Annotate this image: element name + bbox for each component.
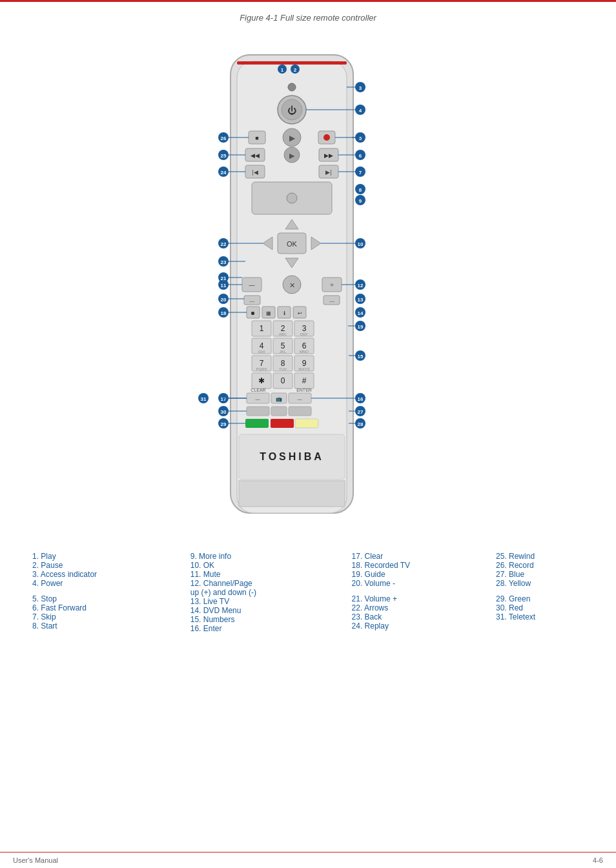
legend-item-9: 9. More info bbox=[190, 552, 345, 561]
legend-item-29: 29. Green bbox=[496, 594, 584, 603]
svg-text:▶▶: ▶▶ bbox=[324, 152, 333, 159]
svg-text:5: 5 bbox=[281, 341, 285, 350]
svg-text:—: — bbox=[249, 298, 254, 304]
legend-table: 1. Play 2. Pause 3. Access indicator 4. … bbox=[32, 552, 584, 633]
svg-text:3: 3 bbox=[302, 324, 307, 333]
svg-text:1: 1 bbox=[281, 67, 284, 73]
svg-text:◀◀: ◀◀ bbox=[251, 152, 260, 159]
svg-text:13: 13 bbox=[358, 297, 364, 303]
svg-text:25: 25 bbox=[221, 153, 227, 159]
legend-item-17: 17. Clear bbox=[352, 552, 489, 561]
svg-text:DEF: DEF bbox=[300, 332, 308, 336]
svg-text:JKL: JKL bbox=[280, 350, 287, 354]
svg-text:✕: ✕ bbox=[289, 281, 295, 289]
legend-item-23: 23. Back bbox=[352, 612, 489, 621]
legend-item-21: 21. Volume + bbox=[352, 594, 489, 603]
legend-item-30: 30. Red bbox=[496, 603, 584, 612]
legend-item-26: 26. Record bbox=[496, 561, 584, 570]
svg-text:—: — bbox=[256, 397, 260, 401]
legend-item-15: 15. Numbers bbox=[190, 615, 345, 624]
legend-item-2: 2. Pause bbox=[32, 561, 184, 570]
svg-text:÷: ÷ bbox=[330, 281, 334, 288]
svg-rect-96 bbox=[295, 419, 318, 428]
svg-text:14: 14 bbox=[358, 310, 364, 316]
svg-text:CLEAR: CLEAR bbox=[251, 388, 265, 392]
legend-item-11: 11. Mute bbox=[190, 570, 345, 579]
svg-text:MNO: MNO bbox=[300, 350, 309, 354]
legend-item-10: 10. OK bbox=[190, 561, 345, 570]
legend-item-4: 4. Power bbox=[32, 579, 184, 588]
svg-text:3: 3 bbox=[359, 85, 362, 91]
svg-text:2: 2 bbox=[281, 324, 285, 333]
footer: User's Manual 4-6 bbox=[0, 852, 616, 868]
svg-text:11: 11 bbox=[221, 283, 227, 288]
svg-text:8: 8 bbox=[359, 187, 362, 193]
legend-item-25: 25. Rewind bbox=[496, 552, 584, 561]
svg-text:GHI: GHI bbox=[258, 350, 265, 354]
svg-text:2: 2 bbox=[294, 67, 297, 73]
svg-rect-95 bbox=[271, 419, 294, 428]
svg-text:26: 26 bbox=[221, 136, 227, 141]
svg-text:22: 22 bbox=[221, 241, 227, 247]
svg-text:0: 0 bbox=[281, 376, 285, 385]
svg-rect-92 bbox=[271, 407, 287, 416]
legend-item-27: 27. Blue bbox=[496, 570, 584, 579]
svg-text:4: 4 bbox=[260, 341, 264, 350]
legend-item-12: 12. Channel/Page bbox=[190, 579, 345, 588]
svg-text:↩: ↩ bbox=[298, 310, 302, 316]
legend-item-6: 6. Fast Forward bbox=[32, 603, 184, 612]
legend-item-22: 22. Arrows bbox=[352, 603, 489, 612]
svg-rect-99 bbox=[239, 481, 345, 507]
legend-item-28: 28. Yellow bbox=[496, 579, 584, 588]
svg-text:6: 6 bbox=[302, 341, 307, 350]
legend-item-24: 24. Replay bbox=[352, 621, 489, 631]
svg-text:▶|: ▶| bbox=[325, 169, 331, 176]
svg-text:7: 7 bbox=[359, 170, 362, 176]
svg-text:▶: ▶ bbox=[289, 152, 295, 159]
svg-text:19: 19 bbox=[358, 324, 364, 330]
legend-item-31: 31. Teletext bbox=[496, 612, 584, 621]
svg-text:|◀: |◀ bbox=[252, 169, 258, 176]
figure-title: Figure 4-1 Full size remote controller bbox=[0, 0, 616, 23]
svg-text:6: 6 bbox=[359, 153, 362, 159]
svg-text:OK: OK bbox=[287, 240, 298, 248]
legend-item-19: 19. Guide bbox=[352, 570, 489, 579]
svg-text:9: 9 bbox=[359, 198, 362, 204]
svg-text:27: 27 bbox=[358, 409, 364, 415]
svg-text:ℹ: ℹ bbox=[283, 310, 285, 316]
svg-text:ABC: ABC bbox=[279, 332, 287, 336]
svg-text:▦: ▦ bbox=[266, 310, 271, 316]
legend-item-7: 7. Skip bbox=[32, 612, 184, 621]
svg-text:29: 29 bbox=[221, 421, 227, 427]
svg-text:10: 10 bbox=[358, 241, 364, 247]
svg-text:WXYZ: WXYZ bbox=[298, 367, 310, 371]
svg-text:📺: 📺 bbox=[276, 396, 282, 402]
legend-item-8: 8. Start bbox=[32, 621, 184, 631]
svg-text:18: 18 bbox=[221, 310, 227, 316]
svg-text:23: 23 bbox=[221, 259, 227, 265]
svg-text:24: 24 bbox=[221, 170, 227, 176]
svg-text:—: — bbox=[249, 282, 255, 288]
svg-text:16: 16 bbox=[358, 396, 364, 402]
svg-text:—: — bbox=[329, 298, 334, 304]
svg-text:31: 31 bbox=[201, 396, 207, 402]
svg-text:TOSHIBA: TOSHIBA bbox=[260, 451, 324, 462]
svg-rect-94 bbox=[245, 419, 269, 428]
svg-text:PQRS: PQRS bbox=[256, 367, 267, 371]
footer-left: User's Manual bbox=[13, 856, 58, 864]
svg-text:20: 20 bbox=[221, 297, 227, 303]
svg-text:TUV: TUV bbox=[279, 367, 287, 371]
svg-rect-2 bbox=[237, 61, 347, 65]
remote-diagram: ⏻ ■ ▶ ◀◀ ▶ ▶▶ |◀ ▶| bbox=[0, 29, 616, 545]
svg-text:17: 17 bbox=[221, 396, 227, 402]
legend-item-16: 16. Enter bbox=[190, 624, 345, 633]
svg-text:⏺: ⏺ bbox=[251, 310, 256, 316]
svg-text:28: 28 bbox=[358, 421, 364, 427]
legend-item-3: 3. Access indicator bbox=[32, 570, 184, 579]
svg-text:9: 9 bbox=[302, 359, 307, 368]
svg-text:15: 15 bbox=[358, 354, 364, 359]
svg-rect-91 bbox=[247, 407, 269, 416]
legend-item-1: 1. Play bbox=[32, 552, 184, 561]
svg-rect-93 bbox=[289, 407, 311, 416]
svg-text:5: 5 bbox=[359, 136, 362, 141]
